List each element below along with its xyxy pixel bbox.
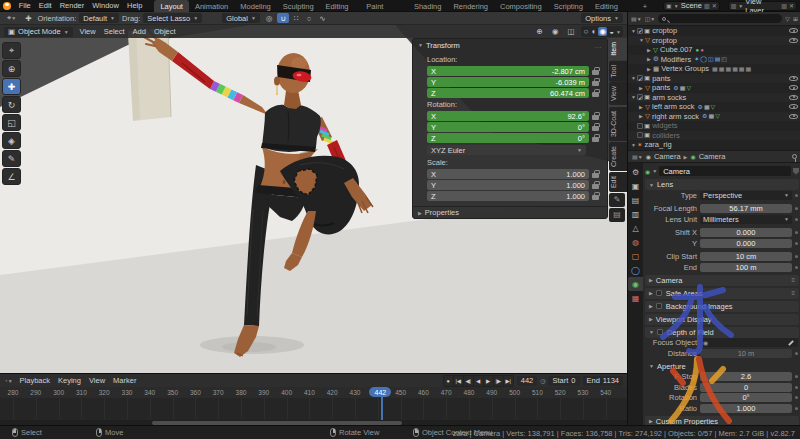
- viewport-menu-object[interactable]: Object: [150, 26, 180, 37]
- jump-end-button[interactable]: ▶|: [504, 376, 513, 386]
- outliner-search-input[interactable]: [658, 14, 782, 23]
- prev-keyframe-button[interactable]: ◀|: [464, 376, 473, 386]
- menu-help[interactable]: Help: [123, 0, 146, 11]
- outliner-row-zara-rig[interactable]: ▼✶zara_rig: [628, 140, 800, 150]
- blender-logo-icon[interactable]: [3, 2, 11, 10]
- depth-of-field-checkbox[interactable]: [657, 329, 663, 335]
- eye-icon[interactable]: [789, 38, 798, 43]
- eye-icon[interactable]: [789, 76, 798, 81]
- annotate-tool-button[interactable]: ✎: [2, 150, 21, 167]
- menu-render[interactable]: Render: [56, 0, 89, 11]
- collection-checkbox[interactable]: [637, 28, 643, 34]
- id-name-field[interactable]: Camera: [659, 166, 791, 176]
- timeline-ruler[interactable]: 2802903003103203303403503603703803904004…: [0, 387, 627, 398]
- menu-edit[interactable]: Edit: [35, 0, 56, 11]
- outliner-row-croptop[interactable]: ▼▽croptop: [628, 36, 800, 46]
- sidebar-tab-3d-coat[interactable]: 3D-Coat: [609, 107, 627, 141]
- lock-icon[interactable]: [592, 70, 599, 75]
- animate-dot[interactable]: [795, 194, 798, 197]
- shading-material-preview-icon[interactable]: ◉: [598, 27, 607, 36]
- properties-subpanel-header[interactable]: ▶ Properties: [413, 206, 607, 218]
- jump-start-button[interactable]: |◀: [454, 376, 463, 386]
- play-button[interactable]: ▶: [484, 376, 493, 386]
- outliner-row-pants[interactable]: ▼▣pants: [628, 74, 800, 84]
- scale-z-field[interactable]: Z1.000: [427, 191, 589, 201]
- editor-type-icon[interactable]: ◔▼: [4, 378, 13, 384]
- outliner-row-widgets[interactable]: ▣widgets: [628, 121, 800, 131]
- scene-selector[interactable]: ▣ ▼ Scene ▥ ✕: [663, 1, 720, 11]
- lens-unit-dropdown[interactable]: Millimeters▼: [700, 215, 792, 224]
- location-x-field[interactable]: X-2.807 cm: [427, 66, 589, 76]
- rotate-tool-button[interactable]: ↻: [2, 96, 21, 113]
- tab-modeling[interactable]: Modeling: [234, 0, 276, 12]
- tab-layout[interactable]: Layout: [154, 0, 189, 12]
- custom-properties-panel-header[interactable]: ▶Custom Properties: [645, 416, 799, 426]
- menu-file[interactable]: File: [15, 0, 35, 11]
- options-dropdown[interactable]: Options▼: [581, 13, 623, 23]
- outliner-row-arm-socks[interactable]: ▼▣arm socks: [628, 93, 800, 103]
- auto-keying-stopwatch-icon[interactable]: ◷: [540, 377, 545, 384]
- snap-settings-icon[interactable]: ∷: [291, 13, 302, 23]
- outliner-row-croptop[interactable]: ▼▣croptop: [628, 26, 800, 36]
- properties-tab-view-layer[interactable]: ▥: [628, 207, 643, 221]
- timeline-menu-keying[interactable]: Keying: [54, 375, 85, 386]
- location-y-field[interactable]: Y-6.039 m: [427, 77, 589, 87]
- lock-icon[interactable]: [592, 195, 599, 200]
- editor-type-icon[interactable]: ▤▼: [632, 153, 643, 160]
- transform-tool-button[interactable]: ◈: [2, 132, 21, 149]
- display-mode-icon[interactable]: ◫▼: [645, 15, 656, 22]
- scale-tool-button[interactable]: ◱: [2, 114, 21, 131]
- rotation-field[interactable]: 0°: [700, 393, 792, 402]
- tab-rendering[interactable]: Rendering: [447, 0, 494, 12]
- outliner-row-vertex-groups[interactable]: ▶▦Vertex Groups▦▦▦▦▦▦: [628, 64, 800, 74]
- safe-areas-checkbox[interactable]: [656, 290, 662, 296]
- breadcrumb-object[interactable]: Camera: [654, 152, 681, 161]
- viewport-menu-add[interactable]: Add: [129, 26, 150, 37]
- eye-icon[interactable]: [789, 28, 798, 33]
- xray-icon[interactable]: ◫: [564, 27, 577, 37]
- background-images-checkbox[interactable]: [656, 303, 662, 309]
- select-box-tool-button[interactable]: ⌖: [2, 42, 21, 59]
- lock-icon[interactable]: [592, 81, 599, 86]
- eyedropper-icon[interactable]: [787, 339, 795, 347]
- shading-rendered-icon[interactable]: ◒: [608, 27, 615, 36]
- new-view-layer-icon[interactable]: ▥: [781, 2, 787, 9]
- fstop-field[interactable]: 2.6: [700, 372, 792, 381]
- animate-dot[interactable]: [795, 386, 798, 389]
- drag-dropdown[interactable]: Select Lasso▼: [143, 13, 202, 23]
- tab-sculpting[interactable]: Sculpting: [277, 0, 320, 12]
- shift-x-field[interactable]: 0.000: [700, 228, 792, 237]
- clip-start-field[interactable]: 10 cm: [700, 252, 792, 261]
- annotate-icon[interactable]: ✎: [609, 193, 625, 207]
- sidebar-tab-tool[interactable]: Tool: [609, 61, 627, 82]
- frame-start-field[interactable]: Start0: [548, 376, 579, 386]
- move-tool-button[interactable]: ✚: [2, 78, 21, 95]
- play-reverse-button[interactable]: ◀: [474, 376, 483, 386]
- lock-icon[interactable]: [592, 137, 599, 142]
- ratio-field[interactable]: 1.000: [700, 404, 792, 413]
- 3d-viewport[interactable]: ▣ Object Mode▼ ViewSelectAddObject ⊕◉◫○◐…: [0, 25, 627, 373]
- overlays-icon[interactable]: ◉: [549, 27, 562, 37]
- focal-length-field[interactable]: 56.17 mm: [700, 204, 792, 213]
- lock-icon[interactable]: [592, 126, 599, 131]
- eye-icon[interactable]: [789, 85, 798, 90]
- lock-icon[interactable]: [592, 92, 599, 97]
- properties-tab-tool[interactable]: ⚙: [628, 165, 643, 179]
- aperture-subpanel-header[interactable]: ▼Aperture: [645, 361, 799, 372]
- animate-dot[interactable]: [795, 352, 798, 355]
- outliner-row-right-arm-sock[interactable]: ▶▽right arm sock⚙▦▽: [628, 112, 800, 122]
- timeline-track-area[interactable]: [0, 398, 627, 419]
- collection-checkbox[interactable]: [637, 94, 643, 100]
- collection-checkbox[interactable]: [637, 123, 643, 129]
- animate-dot[interactable]: [795, 255, 798, 258]
- background-images-panel-header[interactable]: ▶Background Images: [645, 301, 799, 312]
- tab-uv-editing[interactable]: UV Editing: [320, 0, 361, 12]
- playhead-badge[interactable]: 442: [369, 387, 391, 397]
- location-z-field[interactable]: Z60.474 cm: [427, 88, 589, 98]
- animate-dot[interactable]: [795, 231, 798, 234]
- lock-icon[interactable]: [592, 173, 599, 178]
- pin-icon[interactable]: [792, 154, 797, 159]
- shift-y-field[interactable]: 0.000: [700, 239, 792, 248]
- focus-distance-field[interactable]: 10 m: [700, 349, 792, 358]
- tab-+[interactable]: +: [637, 0, 653, 12]
